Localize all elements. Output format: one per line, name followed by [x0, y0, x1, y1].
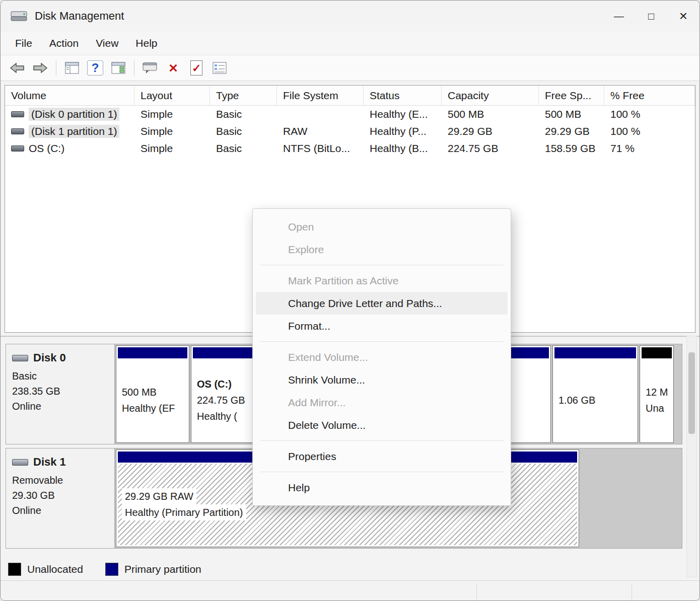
disk-type: Basic [12, 368, 108, 384]
cell-layout: Simple [134, 123, 210, 140]
disk-management-app-icon [11, 10, 28, 23]
table-row-disk1-partition1[interactable]: (Disk 1 partition 1) Simple Basic RAW He… [5, 123, 695, 140]
maximize-button[interactable]: □ [635, 1, 667, 32]
menu-separator [260, 440, 504, 441]
window-title: Disk Management [35, 10, 124, 23]
menu-action[interactable]: Action [41, 34, 87, 52]
disk-name: Disk 1 [33, 456, 66, 469]
cell-file-system: RAW [277, 123, 364, 140]
cell-free-space: 158.59 GB [539, 140, 604, 157]
cell-pct-free: 71 % [604, 140, 695, 157]
cell-capacity: 29.29 GB [442, 123, 539, 140]
disk-icon [12, 459, 28, 466]
action-pane-icon[interactable] [107, 58, 130, 78]
disk-0-label[interactable]: Disk 0 Basic 238.35 GB Online [6, 344, 115, 444]
toolbar-separator [56, 60, 56, 76]
menu-item-properties[interactable]: Properties [256, 445, 508, 468]
menu-item-help[interactable]: Help [256, 476, 508, 499]
vertical-scrollbar[interactable] [686, 336, 697, 577]
column-header-free-space[interactable]: Free Sp... [539, 86, 604, 105]
table-row-os-c[interactable]: OS (C:) Simple Basic NTFS (BitLo... Heal… [5, 140, 695, 157]
partition-efi[interactable]: 500 MB Healthy (EF [116, 345, 189, 443]
context-menu: Open Explore Mark Partition as Active Ch… [252, 208, 511, 506]
cell-status: Healthy (B... [364, 140, 442, 157]
unallocated-size: 12 M [646, 384, 668, 400]
menu-item-mark-partition-active: Mark Partition as Active [256, 269, 508, 292]
toolbar: ? × ✓ [1, 55, 699, 81]
disk-1-label[interactable]: Disk 1 Removable 29.30 GB Online [6, 448, 115, 548]
properties-icon[interactable] [208, 58, 231, 78]
disk-type: Removable [12, 473, 108, 488]
legend-label: Unallocated [27, 563, 83, 575]
menu-view[interactable]: View [87, 34, 127, 52]
cell-volume: (Disk 0 partition 1) [5, 106, 134, 123]
column-header-capacity[interactable]: Capacity [442, 86, 539, 105]
menu-item-extend-volume: Extend Volume... [256, 346, 508, 368]
close-button[interactable]: × [667, 1, 699, 32]
column-header-volume[interactable]: Volume [5, 86, 134, 105]
disk-icon [12, 355, 28, 361]
primary-partition-swatch [105, 563, 118, 576]
minimize-button[interactable]: — [603, 1, 635, 32]
disk-size: 29.30 GB [12, 488, 108, 503]
menu-item-explore: Explore [256, 238, 508, 261]
statusbar-divider [632, 584, 632, 600]
unallocated-swatch [8, 563, 21, 576]
statusbar [1, 580, 699, 601]
window-controls: — □ × [603, 1, 699, 32]
cell-volume: OS (C:) [5, 140, 134, 157]
partition-header [554, 347, 636, 358]
disk-name: Disk 0 [33, 351, 66, 364]
volume-icon [11, 145, 24, 152]
menu-item-open: Open [256, 215, 508, 238]
cell-file-system [277, 106, 364, 123]
legend-unallocated: Unallocated [8, 563, 83, 576]
toolbar-separator [134, 60, 134, 76]
check-disk-icon[interactable]: ✓ [185, 58, 208, 78]
cell-type: Basic [210, 106, 277, 123]
console-tree-icon[interactable] [60, 58, 84, 78]
titlebar: Disk Management — □ × [1, 1, 699, 32]
unallocated-header [642, 347, 672, 358]
column-header-layout[interactable]: Layout [134, 86, 210, 105]
back-icon[interactable] [6, 58, 29, 78]
menu-item-change-drive-letter[interactable]: Change Drive Letter and Paths... [256, 292, 508, 315]
statusbar-divider [476, 584, 477, 600]
disk-status: Online [12, 399, 108, 414]
disk-status: Online [12, 503, 108, 518]
menu-separator [260, 265, 504, 265]
cell-pct-free: 100 % [604, 106, 695, 123]
delete-icon[interactable]: × [162, 58, 185, 78]
scrollbar-thumb[interactable] [688, 352, 695, 434]
menu-help[interactable]: Help [127, 34, 166, 52]
menu-file[interactable]: File [7, 34, 41, 52]
cell-pct-free: 100 % [604, 123, 695, 140]
partition-size: 29.29 GB RAW [122, 488, 196, 504]
cell-layout: Simple [134, 140, 210, 157]
column-header-status[interactable]: Status [364, 86, 442, 105]
volume-icon [11, 111, 24, 117]
menu-item-format[interactable]: Format... [256, 315, 508, 337]
partition-recovery[interactable]: 1.06 GB [552, 345, 638, 443]
column-header-pct-free[interactable]: % Free [604, 86, 695, 105]
menu-item-shrink-volume[interactable]: Shrink Volume... [256, 368, 508, 391]
partition-size: 500 MB [122, 384, 183, 400]
column-header-type[interactable]: Type [210, 86, 277, 105]
menu-separator [260, 472, 504, 472]
cell-status: Healthy (P... [364, 123, 442, 140]
table-row-disk0-partition1[interactable]: (Disk 0 partition 1) Simple Basic Health… [5, 106, 695, 123]
partition-header [118, 347, 187, 358]
disk-size: 238.35 GB [12, 384, 108, 399]
menu-item-delete-volume[interactable]: Delete Volume... [256, 414, 508, 436]
partition-size: 1.06 GB [558, 392, 632, 408]
legend-primary-partition: Primary partition [105, 563, 201, 576]
popup-window-icon[interactable] [138, 58, 162, 78]
forward-icon[interactable] [29, 58, 52, 78]
column-header-file-system[interactable]: File System [277, 86, 364, 105]
menubar: File Action View Help [1, 32, 699, 55]
unallocated-block[interactable]: 12 M Una [640, 345, 674, 443]
help-icon[interactable]: ? [84, 58, 107, 78]
cell-file-system: NTFS (BitLo... [277, 140, 364, 157]
cell-type: Basic [210, 123, 277, 140]
disk-management-window: Disk Management — □ × File Action View H… [0, 0, 700, 601]
